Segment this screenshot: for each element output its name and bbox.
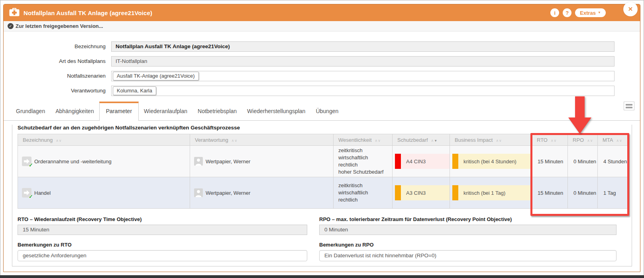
business-impact-badge: kritisch (bei 1 Tag) — [452, 185, 532, 200]
chevron-down-icon: ▼ — [598, 11, 601, 14]
close-button[interactable]: ✕ — [623, 2, 638, 16]
notfallplan-art-input[interactable]: IT-Notfallplan — [111, 56, 615, 67]
field-label: Bezeichnung — [8, 41, 111, 52]
tab-uebungen[interactable]: Übungen — [310, 103, 344, 120]
severity-color-block — [395, 154, 401, 169]
schutzbedarf-label: A3 CIN3 — [406, 190, 426, 196]
page: Notfallplan Ausfall TK Anlage (agree21Vo… — [0, 0, 644, 278]
field-label: Art des Notfallplans — [8, 56, 111, 67]
sort-asc-icon: ∧ — [496, 139, 499, 143]
table-row[interactable]: ✓ Orderannahme und -weiterleitung Wertpa… — [18, 146, 628, 177]
column-header-rpo[interactable]: RPO∧∨ — [568, 134, 598, 146]
info-button[interactable]: i — [550, 8, 559, 17]
severity-color-block — [452, 154, 458, 169]
rpo-cell: 0 Minuten — [568, 146, 598, 177]
screen-bottom-edge — [0, 275, 644, 278]
form-row-verantwortung: Verantwortung Kolumna, Karla — [4, 86, 640, 96]
column-header-schutzbedarf[interactable]: Schutzbedarf∧▼ — [393, 134, 450, 146]
sort-desc-icon: ∨ — [378, 139, 381, 143]
sort-asc-icon: ∧ — [616, 139, 619, 143]
sort-desc-icon: ∨ — [234, 139, 238, 143]
process-name: Orderannahme und -weiterleitung — [34, 159, 112, 164]
sort-desc-icon: ∨ — [499, 139, 502, 143]
column-header-business-impact[interactable]: Business Impact∧∨ — [450, 134, 532, 146]
extras-label: Extras — [580, 10, 596, 16]
tab-wiederanlaufplan[interactable]: Wiederanlaufplan — [139, 103, 192, 120]
rto-rpo-section: RTO – Wiederanlaufzeit (Recovery Time Ob… — [18, 214, 626, 261]
rto-cell: 15 Minuten — [532, 177, 568, 209]
column-header-rto[interactable]: RTO∧∨ — [532, 134, 568, 146]
released-check-icon: ✓ — [29, 194, 33, 200]
sort-desc-icon: ∨ — [619, 139, 622, 143]
column-header-verantwortung[interactable]: Verantwortung∧∨ — [190, 134, 334, 146]
mta-cell: 1 Tag — [598, 177, 628, 209]
close-icon: ✕ — [628, 6, 633, 13]
severity-color-block — [452, 185, 458, 200]
window-title: Notfallplan Ausfall TK Anlage (agree21Vo… — [24, 10, 152, 16]
wesentlichkeit-list: zeitkritisch wirtschaftlich rechtlich ho… — [334, 147, 392, 176]
schutzbedarf-badge: A4 CIN3 — [395, 154, 450, 169]
form-row-szenarien: Notfallszenarien Ausfall TK-Anlage (agre… — [4, 71, 640, 81]
window-titlebar: Notfallplan Ausfall TK Anlage (agree21Vo… — [4, 4, 640, 21]
rto-value-field: 15 Minuten — [18, 225, 307, 235]
table-header-row: Bezeichnung∧∨ Verantwortung∧∨ Wesentlich… — [18, 134, 628, 146]
tab-notbetriebsplan[interactable]: Notbetriebsplan — [192, 103, 242, 120]
help-icon: ? — [565, 10, 569, 16]
responsible-name: Wertpapier, Werner — [206, 159, 250, 164]
process-icon: ✓ — [22, 188, 31, 198]
version-link[interactable]: Zur letzten freigegebenen Version... — [16, 23, 103, 29]
person-icon — [194, 157, 203, 166]
rpo-cell: 0 Minuten — [568, 177, 598, 209]
app-window: Notfallplan Ausfall TK Anlage (agree21Vo… — [3, 4, 640, 272]
sort-desc-icon: ∨ — [590, 139, 593, 143]
person-icon — [194, 188, 203, 197]
verantwortung-chip[interactable]: Kolumna, Karla — [113, 86, 156, 95]
check-circle-icon: ✓ — [8, 23, 14, 29]
rpo-notes-input[interactable]: Ein Datenverlust ist nicht hinnehmbar (R… — [319, 250, 617, 261]
rto-notes-label: Bemerkungen zu RTO — [18, 242, 307, 248]
wesentlichkeit-list: zeitkritisch wirtschaftlich rechtlich — [334, 182, 392, 204]
sort-desc-icon: ∨ — [59, 139, 62, 143]
first-aid-kit-icon — [9, 8, 20, 18]
rpo-value-field: 0 Minuten — [319, 225, 617, 235]
rpo-notes-label: Bemerkungen zu RPO — [319, 242, 617, 248]
help-button[interactable]: ? — [563, 8, 571, 17]
sort-asc-icon: ∧ — [587, 139, 590, 143]
verantwortung-field[interactable]: Kolumna, Karla — [111, 86, 615, 96]
tab-abhaengigkeiten[interactable]: Abhängigkeiten — [50, 103, 99, 120]
titlebar-actions: i ? Extras ▼ — [550, 8, 634, 17]
severity-color-block — [395, 185, 401, 200]
tab-bar: Grundlagen Abhängigkeiten Parameter Wied… — [4, 101, 640, 121]
szenario-chip[interactable]: Ausfall TK-Anlage (agree21Voice) — [113, 72, 199, 80]
tab-grundlagen[interactable]: Grundlagen — [11, 103, 50, 120]
column-header-bezeichnung[interactable]: Bezeichnung∧∨ — [18, 134, 190, 146]
notfallszenarien-field[interactable]: Ausfall TK-Anlage (agree21Voice) — [111, 71, 615, 81]
list-view-button[interactable] — [624, 102, 634, 110]
tab-parameter[interactable]: Parameter — [99, 102, 139, 121]
process-icon: ✓ — [22, 157, 31, 166]
business-impact-label: kritisch (bei 4 Stunden) — [463, 159, 516, 164]
schutzbedarf-badge: A3 CIN3 — [395, 185, 450, 200]
field-label: Notfallszenarien — [8, 71, 111, 81]
form-area: Bezeichnung Notfallplan Ausfall TK Anlag… — [4, 31, 640, 96]
business-process-table: Bezeichnung∧∨ Verantwortung∧∨ Wesentlich… — [18, 134, 628, 209]
rto-label: RTO – Wiederanlaufzeit (Recovery Time Ob… — [18, 216, 307, 222]
field-label: Verantwortung — [8, 86, 111, 96]
extras-button[interactable]: Extras ▼ — [575, 8, 606, 17]
rto-notes-input[interactable]: gesetzliche Anforderungen — [18, 250, 307, 261]
column-header-mta[interactable]: MTA∧∨ — [598, 134, 628, 146]
column-header-wesentlichkeit[interactable]: Wesentlichkeit∧∨ — [334, 134, 393, 146]
info-icon: i — [554, 10, 556, 16]
table-row[interactable]: ✓ Handel Wertpapier, Werner — [18, 177, 628, 209]
form-row-art: Art des Notfallplans IT-Notfallplan — [4, 56, 640, 67]
version-bar: ✓ Zur letzten freigegebenen Version... — [4, 21, 640, 31]
bezeichnung-input[interactable]: Notfallplan Ausfall TK Anlage (agree21Vo… — [111, 41, 615, 52]
responsible-name: Wertpapier, Werner — [206, 190, 250, 196]
rpo-label: RPO – max. tolerierbarer Zeitraum für Da… — [319, 216, 617, 222]
rto-cell: 15 Minuten — [532, 146, 568, 177]
released-check-icon: ✓ — [29, 162, 33, 168]
tab-wiederherstellungsplan[interactable]: Wiederherstellungsplan — [242, 103, 310, 120]
process-name: Handel — [34, 190, 51, 196]
form-row-bezeichnung: Bezeichnung Notfallplan Ausfall TK Anlag… — [4, 41, 640, 52]
schutzbedarf-label: A4 CIN3 — [406, 159, 426, 164]
